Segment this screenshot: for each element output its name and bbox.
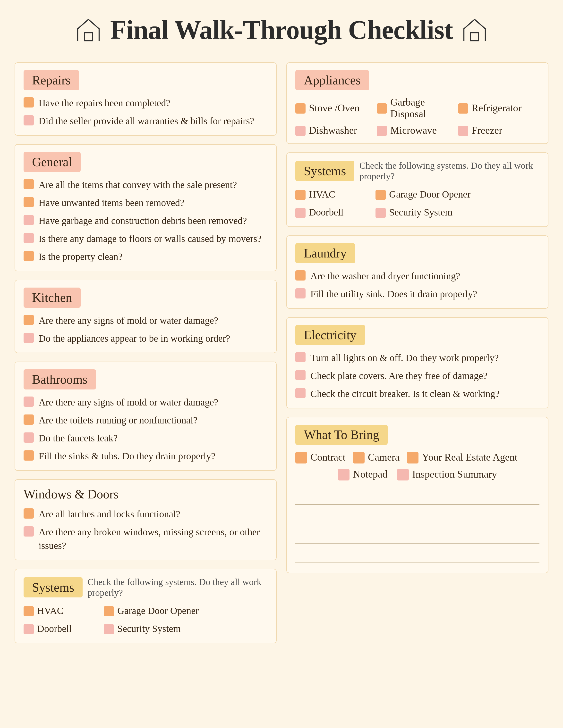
checkbox[interactable] [377, 103, 387, 114]
list-item: Have unwanted items been removed? [24, 196, 267, 210]
appliances-header: Appliances [296, 70, 539, 90]
checkbox[interactable] [407, 452, 419, 463]
checkbox[interactable] [377, 126, 387, 136]
checkbox[interactable] [24, 333, 34, 343]
checkbox[interactable] [24, 251, 34, 261]
note-line-4 [296, 546, 539, 563]
general-title: General [32, 155, 72, 169]
checkbox[interactable] [296, 208, 306, 218]
checkbox[interactable] [376, 208, 386, 218]
systems-right-header: Systems Check the following systems. Do … [296, 160, 539, 182]
windows-doors-header: Windows & Doors [24, 487, 267, 501]
header: Final Walk-Through Checklist [15, 10, 548, 50]
checkbox[interactable] [296, 452, 307, 463]
checkbox[interactable] [104, 624, 114, 634]
system-label: Doorbell [309, 206, 344, 219]
bring-row: Contract Camera Your Real Estate Agent [296, 451, 539, 463]
repairs-title-box: Repairs [24, 70, 79, 90]
bring-grid: Contract Camera Your Real Estate Agent [296, 451, 539, 480]
check-text: Are there any signs of mold or water dam… [39, 314, 218, 327]
list-item: Refrigerator [458, 102, 539, 114]
checkbox[interactable] [24, 397, 34, 407]
checkbox[interactable] [24, 97, 34, 108]
list-item: Are there any signs of mold or water dam… [24, 396, 267, 409]
checkbox[interactable] [296, 270, 306, 281]
checkbox[interactable] [24, 115, 34, 125]
left-column: Repairs Have the repairs been completed?… [15, 62, 276, 643]
list-item: Freezer [458, 124, 539, 136]
checkbox[interactable] [24, 179, 34, 189]
systems-row: HVAC Garage Door Opener [24, 604, 267, 618]
checkbox[interactable] [24, 315, 34, 325]
system-label: HVAC [37, 604, 63, 618]
windows-doors-title: Windows & Doors [24, 487, 118, 501]
check-text: Turn all lights on & off. Do they work p… [311, 351, 499, 365]
checkbox[interactable] [24, 508, 34, 519]
check-text: Fill the sinks & tubs. Do they drain pro… [39, 449, 215, 463]
list-item: Contract [296, 451, 346, 463]
list-item: Garbage Disposal [377, 96, 458, 120]
page: Final Walk-Through Checklist Repairs Hav… [15, 10, 548, 643]
systems-row: Doorbell Security System [296, 206, 539, 219]
check-text: Are all latches and locks functional? [39, 507, 180, 521]
checkbox[interactable] [24, 526, 34, 537]
bathrooms-checklist: Are there any signs of mold or water dam… [24, 396, 267, 463]
checkbox[interactable] [296, 388, 306, 398]
checkbox[interactable] [24, 624, 34, 634]
electricity-title-box: Electricity [296, 325, 365, 345]
list-item: Is the property clean? [24, 250, 267, 264]
checkbox[interactable] [338, 469, 350, 480]
appliance-label: Stove /Oven [309, 102, 360, 114]
checkbox[interactable] [353, 452, 365, 463]
bring-label: Inspection Summary [412, 468, 497, 480]
systems-left-title: Systems [32, 580, 74, 594]
laundry-section: Laundry Are the washer and dryer functio… [287, 235, 548, 309]
check-text: Are there any signs of mold or water dam… [39, 396, 218, 409]
checkbox[interactable] [24, 197, 34, 207]
systems-right-title: Systems [304, 164, 346, 178]
checkbox[interactable] [24, 432, 34, 443]
list-item: Garage Door Opener [376, 188, 471, 201]
systems-right-items: HVAC Garage Door Opener Doorbell [296, 188, 539, 219]
what-to-bring-title: What To Bring [304, 428, 379, 442]
svg-rect-1 [471, 33, 479, 41]
checkbox[interactable] [296, 126, 306, 136]
list-item: Garage Door Opener [104, 604, 199, 618]
bathrooms-title-box: Bathrooms [24, 369, 96, 389]
system-label: HVAC [309, 188, 335, 201]
note-line-3 [296, 527, 539, 544]
checkbox[interactable] [458, 103, 468, 114]
checkbox[interactable] [296, 352, 306, 362]
checkbox[interactable] [104, 606, 114, 616]
checkbox[interactable] [24, 606, 34, 616]
general-title-box: General [24, 152, 81, 172]
checkbox[interactable] [376, 190, 386, 200]
checkbox[interactable] [296, 370, 306, 380]
list-item: Your Real Estate Agent [407, 451, 518, 463]
checkbox[interactable] [296, 190, 306, 200]
check-text: Is the property clean? [39, 250, 122, 264]
checkbox[interactable] [24, 233, 34, 243]
checkbox[interactable] [24, 414, 34, 425]
checkbox[interactable] [24, 450, 34, 461]
list-item: Dishwasher [296, 124, 377, 136]
checkbox[interactable] [458, 126, 468, 136]
electricity-header: Electricity [296, 325, 539, 345]
checkbox[interactable] [296, 288, 306, 298]
check-text: Are the toilets running or nonfunctional… [39, 414, 197, 427]
list-item: Camera [353, 451, 400, 463]
list-item: Are all latches and locks functional? [24, 507, 267, 521]
house-left-icon [74, 17, 103, 43]
list-item: HVAC [24, 604, 96, 618]
what-to-bring-section: What To Bring Contract Camera [287, 417, 548, 573]
checkbox[interactable] [296, 103, 306, 114]
what-to-bring-header: What To Bring [296, 425, 539, 445]
note-line-1 [296, 488, 539, 505]
list-item: Are all the items that convey with the s… [24, 178, 267, 192]
kitchen-section: Kitchen Are there any signs of mold or w… [15, 280, 276, 353]
list-item: Turn all lights on & off. Do they work p… [296, 351, 539, 365]
checkbox[interactable] [24, 215, 34, 225]
systems-row: HVAC Garage Door Opener [296, 188, 539, 201]
bring-label: Camera [368, 451, 400, 463]
checkbox[interactable] [397, 469, 409, 480]
